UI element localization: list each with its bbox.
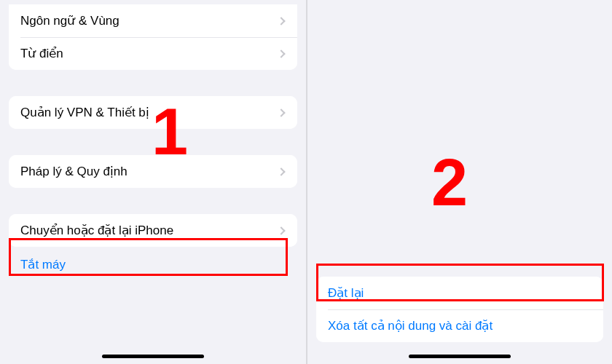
tutorial-two-panes: Ngôn ngữ & Vùng Từ điển Quản lý VPN & Th… — [0, 0, 612, 364]
row-label: Xóa tất cả nội dung và cài đặt — [328, 318, 493, 333]
home-indicator[interactable] — [102, 355, 204, 358]
settings-group-legal: Pháp lý & Quy định — [9, 155, 297, 188]
settings-group-language: Ngôn ngữ & Vùng Từ điển — [9, 4, 297, 70]
chevron-right-icon — [277, 108, 285, 116]
home-indicator[interactable] — [409, 355, 511, 358]
chevron-right-icon — [277, 50, 285, 58]
chevron-right-icon — [277, 226, 285, 234]
row-transfer-reset-iphone[interactable]: Chuyển hoặc đặt lại iPhone — [9, 214, 297, 247]
row-language-region[interactable]: Ngôn ngữ & Vùng — [9, 4, 297, 37]
row-label: Tắt máy — [20, 258, 66, 272]
row-label: Từ điển — [20, 46, 63, 61]
row-dictionary[interactable]: Từ điển — [9, 37, 297, 70]
pane-left: Ngôn ngữ & Vùng Từ điển Quản lý VPN & Th… — [0, 0, 306, 364]
row-label: Đặt lại — [328, 285, 364, 301]
chevron-right-icon — [277, 167, 285, 175]
settings-group-reset: Đặt lại Xóa tất cả nội dung và cài đặt — [316, 277, 603, 342]
row-label: Ngôn ngữ & Vùng — [20, 13, 119, 28]
settings-group-vpn: Quản lý VPN & Thiết bị — [9, 96, 297, 129]
reset-group-container: Đặt lại Xóa tất cả nội dung và cài đặt — [307, 277, 612, 342]
row-reset[interactable]: Đặt lại — [316, 277, 603, 309]
row-label: Quản lý VPN & Thiết bị — [20, 105, 149, 120]
settings-group-transfer-reset: Chuyển hoặc đặt lại iPhone — [9, 214, 297, 247]
row-shutdown[interactable]: Tắt máy — [0, 247, 306, 277]
row-label: Pháp lý & Quy định — [20, 164, 128, 179]
row-vpn-device[interactable]: Quản lý VPN & Thiết bị — [9, 96, 297, 129]
chevron-right-icon — [277, 17, 285, 25]
row-legal[interactable]: Pháp lý & Quy định — [9, 155, 297, 188]
step-number-2: 2 — [431, 146, 468, 221]
pane-right: Đặt lại Xóa tất cả nội dung và cài đặt 2 — [306, 0, 612, 364]
row-label: Chuyển hoặc đặt lại iPhone — [20, 223, 173, 238]
row-erase-all[interactable]: Xóa tất cả nội dung và cài đặt — [316, 309, 603, 342]
